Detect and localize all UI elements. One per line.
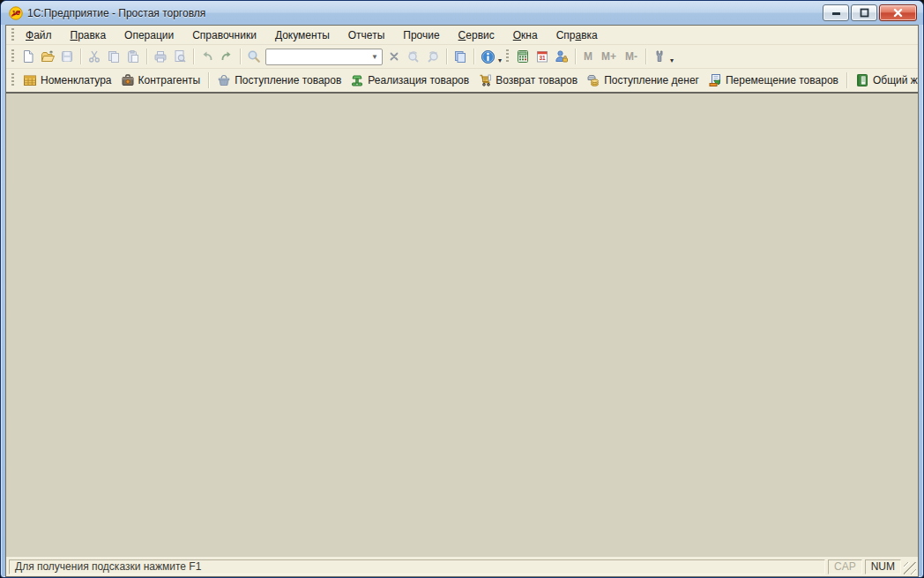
menu-operations[interactable]: Операции — [117, 27, 181, 43]
doc-button-label: Контрагенты — [138, 74, 201, 86]
find-next-icon — [426, 49, 440, 64]
service-dropdown-icon[interactable]: ▾ — [670, 57, 674, 64]
toolbar-drag-handle[interactable] — [11, 73, 14, 87]
paste-button[interactable] — [123, 47, 143, 66]
redo-button[interactable] — [217, 47, 236, 66]
print-button[interactable] — [151, 47, 170, 66]
minimize-icon — [830, 6, 843, 19]
goods-transfer-button[interactable]: Перемещение товаров — [704, 71, 843, 89]
num-lock-indicator: NUM — [865, 559, 901, 574]
save-icon — [60, 49, 74, 64]
menu-catalogs[interactable]: Справочники — [185, 27, 264, 43]
search-combobox: ▼ — [265, 49, 383, 65]
nomenclature-table-icon — [23, 73, 37, 87]
client-area: Файл Правка Операции Справочники Докумен… — [5, 25, 919, 577]
toolbar-separator — [645, 49, 646, 64]
doc-button-label: Поступление товаров — [235, 74, 341, 86]
main-toolbar: ▼ — [6, 45, 918, 69]
paste-clipboard-icon — [126, 49, 140, 64]
calendar-icon: 31 — [535, 49, 549, 64]
find-next-button[interactable] — [423, 47, 443, 66]
service-button[interactable] — [650, 47, 669, 66]
duplicate-window-button[interactable] — [451, 47, 470, 66]
goods-sale-scale-icon — [350, 73, 364, 87]
open-button[interactable] — [38, 47, 57, 66]
doc-button-label: Общий журнал — [873, 74, 919, 86]
search-button[interactable] — [244, 47, 264, 66]
maximize-button[interactable] — [851, 4, 877, 21]
documents-toolbar: Номенклатура Контрагенты — [6, 69, 918, 92]
memory-subtract-button[interactable]: M- — [621, 50, 642, 63]
minimize-button[interactable] — [823, 4, 849, 21]
goods-receipt-button[interactable]: Поступление товаров — [212, 71, 346, 89]
resize-grip[interactable] — [904, 562, 916, 574]
toolbar-separator — [193, 49, 194, 64]
money-receipt-button[interactable]: Поступление денег — [582, 71, 704, 89]
find-previous-button[interactable] — [404, 47, 423, 66]
menu-help[interactable]: Справка — [549, 27, 605, 43]
memory-add-button[interactable]: M+ — [597, 50, 621, 63]
undo-arrow-icon — [200, 49, 214, 64]
memory-recall-button[interactable]: M — [579, 50, 597, 63]
goods-receipt-basket-icon — [217, 73, 231, 87]
goods-return-button[interactable]: Возврат товаров — [473, 71, 582, 89]
calculator-button[interactable] — [513, 47, 533, 66]
contractors-button[interactable]: Контрагенты — [116, 71, 205, 89]
save-button[interactable] — [57, 47, 77, 66]
toolbar-separator — [846, 72, 847, 88]
copy-button[interactable] — [104, 47, 123, 66]
titlebar[interactable]: 1С 1С:Предприятие - Простая торговля — [1, 1, 923, 25]
menu-other[interactable]: Прочие — [396, 27, 446, 43]
cut-button[interactable] — [85, 47, 104, 66]
doc-button-label: Реализация товаров — [368, 74, 469, 86]
find-previous-icon — [406, 49, 421, 64]
menu-file[interactable]: Файл — [19, 27, 59, 43]
redo-arrow-icon — [220, 49, 234, 64]
cut-scissors-icon — [87, 49, 101, 64]
copy-icon — [107, 49, 121, 64]
goods-transfer-icon — [708, 73, 722, 87]
new-document-icon — [21, 49, 35, 64]
duplicate-window-icon — [453, 49, 467, 64]
toolbar-separator — [473, 49, 474, 64]
nomenclature-button[interactable]: Номенклатура — [19, 71, 116, 89]
general-journal-button[interactable]: Общий журнал — [851, 71, 919, 89]
new-document-button[interactable] — [19, 47, 38, 66]
undo-button[interactable] — [197, 47, 217, 66]
user-lock-button[interactable] — [552, 47, 571, 66]
menu-edit[interactable]: Правка — [63, 27, 114, 43]
svg-text:1С: 1С — [12, 9, 20, 15]
info-dropdown-icon[interactable]: ▾ — [498, 57, 502, 64]
info-button[interactable] — [478, 47, 497, 66]
open-folder-icon — [41, 49, 55, 64]
calendar-button[interactable]: 31 — [533, 47, 552, 66]
calculator-icon — [516, 49, 530, 64]
toolbar-drag-handle[interactable] — [506, 49, 509, 64]
print-preview-icon — [173, 49, 187, 64]
search-clear-button[interactable] — [384, 47, 404, 66]
doc-button-label: Перемещение товаров — [726, 74, 838, 86]
print-preview-button[interactable] — [170, 47, 190, 66]
goods-sale-button[interactable]: Реализация товаров — [346, 71, 473, 89]
toolbar-separator — [146, 49, 147, 64]
combo-dropdown-icon[interactable]: ▼ — [369, 53, 382, 61]
goods-return-cart-icon — [478, 73, 492, 87]
close-button[interactable] — [879, 4, 917, 21]
menu-windows[interactable]: Окна — [506, 27, 545, 43]
clear-x-icon — [388, 50, 400, 63]
money-coins-icon — [586, 73, 600, 87]
menubar-drag-handle[interactable] — [11, 28, 14, 42]
toolbar-drag-handle[interactable] — [11, 49, 14, 64]
menu-service[interactable]: Сервис — [451, 27, 502, 43]
toolbar-separator — [80, 49, 81, 64]
menubar: Файл Правка Операции Справочники Докумен… — [6, 26, 918, 45]
menu-reports[interactable]: Отчеты — [341, 27, 391, 43]
toolbar-separator — [208, 72, 209, 88]
search-icon — [247, 49, 261, 64]
toolbar-separator — [575, 49, 576, 64]
search-input[interactable] — [266, 50, 369, 64]
print-icon — [153, 49, 168, 64]
menu-documents[interactable]: Документы — [268, 27, 337, 43]
contractors-case-icon — [121, 73, 135, 87]
window-controls — [823, 4, 917, 21]
